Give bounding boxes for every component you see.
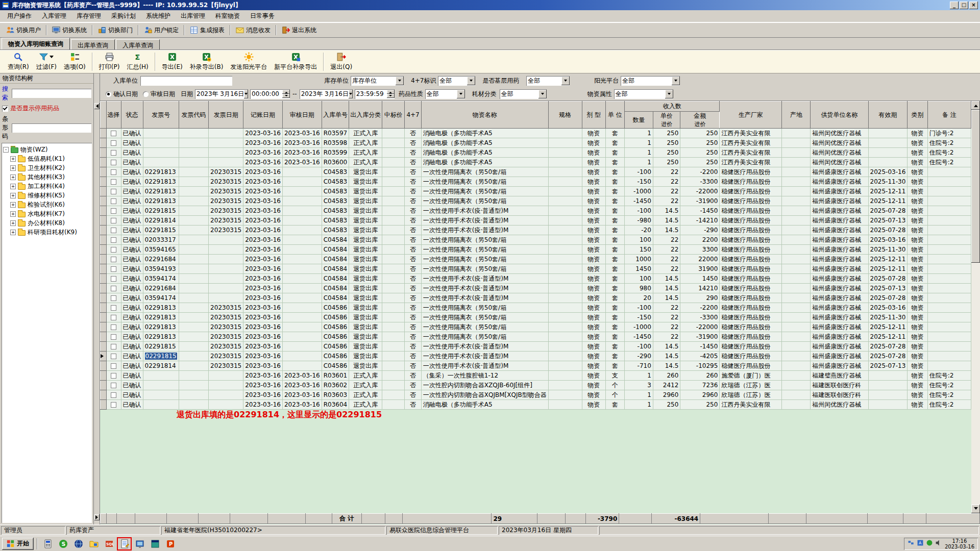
table-cell[interactable]: 住院号:2 [927, 390, 971, 400]
column-header[interactable]: 数量 [624, 112, 653, 129]
spin-up-icon[interactable] [387, 90, 395, 94]
table-cell[interactable] [782, 322, 811, 332]
row-checkbox[interactable] [111, 150, 116, 156]
table-cell[interactable]: 2025-12-11 [868, 196, 908, 206]
toolbar-button-switch-user[interactable]: 切换用户 [3, 24, 44, 36]
table-cell[interactable] [782, 129, 811, 138]
table-cell[interactable]: 正式入库 [349, 158, 382, 167]
material-attr-select[interactable]: 全部 [614, 89, 673, 99]
table-cell[interactable]: 一次性使用手术衣(疫·普通型)M [421, 284, 548, 293]
table-cell[interactable]: 2023-03-16 [243, 390, 283, 400]
menu-item[interactable]: 库存管理 [71, 10, 106, 22]
table-cell[interactable] [143, 381, 179, 390]
table-cell[interactable]: 稳健医疗用品股份 [720, 206, 782, 216]
row-select-cell[interactable] [106, 361, 121, 371]
quick-launch-presentation[interactable]: P [163, 538, 177, 550]
dropdown-arrow-icon[interactable] [396, 77, 404, 85]
table-cell[interactable]: -1000 [624, 187, 653, 196]
table-cell[interactable]: 一次性使用手术衣(疫·普通型)M [421, 342, 548, 352]
table-cell[interactable] [782, 196, 811, 206]
table-cell[interactable]: C04583 [322, 196, 349, 206]
table-cell[interactable]: 套 [605, 322, 624, 332]
table-cell[interactable]: 22 [653, 235, 680, 245]
table-cell[interactable]: 物资 [582, 148, 605, 158]
row-checkbox[interactable] [111, 305, 116, 311]
table-cell[interactable]: 套 [605, 293, 624, 303]
row-checkbox[interactable] [111, 295, 116, 301]
quick-launch-sql-tool[interactable]: SQL [102, 538, 116, 550]
table-cell[interactable]: 物资 [908, 148, 927, 158]
table-cell[interactable]: 一次性使用隔离衣（另50套/箱 [421, 303, 548, 313]
table-cell[interactable]: 物资 [582, 226, 605, 235]
table-cell[interactable] [548, 167, 582, 177]
table-cell[interactable] [382, 274, 405, 284]
table-cell[interactable]: 套 [605, 206, 624, 216]
table-cell[interactable]: 02291813 [143, 187, 179, 196]
table-cell[interactable]: 2200 [680, 235, 720, 245]
row-select-cell[interactable] [106, 206, 121, 216]
table-cell[interactable]: 物资 [582, 158, 605, 167]
tree-item[interactable]: +科研项目耗材(K9) [10, 228, 90, 237]
table-cell[interactable] [179, 303, 208, 313]
table-cell[interactable]: C04584 [322, 255, 349, 264]
table-cell[interactable]: 已确认 [121, 342, 143, 352]
quick-launch-ukey-green[interactable]: S [56, 538, 70, 550]
table-cell[interactable] [782, 361, 811, 371]
row-checkbox[interactable] [111, 198, 116, 204]
table-cell[interactable]: 已确认 [121, 216, 143, 226]
table-cell[interactable] [548, 206, 582, 216]
table-cell[interactable]: 退货出库 [349, 264, 382, 274]
table-cell[interactable]: -290 [680, 226, 720, 235]
table-cell[interactable]: 否 [405, 216, 422, 226]
table-cell[interactable] [868, 371, 908, 381]
table-cell[interactable] [179, 293, 208, 303]
table-cell[interactable]: 退货出库 [349, 284, 382, 293]
table-cell[interactable]: R03603 [322, 390, 349, 400]
table-cell[interactable]: 250 [680, 138, 720, 148]
table-cell[interactable] [209, 381, 243, 390]
tree-item[interactable]: +水电材料(K7) [10, 209, 90, 218]
table-cell[interactable] [382, 255, 405, 264]
table-cell[interactable] [209, 264, 243, 274]
table-cell[interactable]: 3 [624, 381, 653, 390]
tray-green-icon[interactable] [926, 539, 933, 548]
start-button[interactable]: 开始 [2, 538, 34, 550]
table-cell[interactable]: 2025-07-13 [868, 361, 908, 371]
table-cell[interactable]: 江西丹美实业有限 [720, 129, 782, 138]
table-cell[interactable]: 2023-03-16 [243, 293, 283, 303]
table-cell[interactable]: 否 [405, 226, 422, 235]
table-cell[interactable]: 物资 [908, 284, 927, 293]
table-cell[interactable]: 物资 [582, 206, 605, 216]
table-cell[interactable] [179, 245, 208, 255]
table-cell[interactable]: 已确认 [121, 167, 143, 177]
table-cell[interactable]: 福州盛康医疗器械 [811, 303, 868, 313]
column-header[interactable]: 生产厂家 [720, 102, 782, 129]
table-cell[interactable]: 否 [405, 400, 422, 410]
toolbar-button-excel[interactable]: 导出(E) [158, 51, 186, 72]
table-cell[interactable]: 门诊号:2 [927, 129, 971, 138]
row-select-cell[interactable] [106, 129, 121, 138]
table-cell[interactable]: -1450 [680, 206, 720, 216]
table-cell[interactable]: 套 [605, 177, 624, 187]
table-cell[interactable]: 14.5 [653, 342, 680, 352]
table-cell[interactable]: 物资 [582, 167, 605, 177]
table-cell[interactable]: 02291815 [143, 206, 179, 216]
table-cell[interactable]: -290 [624, 352, 653, 361]
table-cell[interactable]: 2025-12-11 [868, 187, 908, 196]
table-cell[interactable] [548, 216, 582, 226]
table-cell[interactable]: C04586 [322, 313, 349, 322]
spin-down-icon[interactable] [387, 94, 395, 98]
audit-date-radio[interactable] [143, 91, 149, 97]
table-cell[interactable]: 已确认 [121, 274, 143, 284]
table-cell[interactable] [282, 255, 322, 264]
table-cell[interactable] [209, 138, 243, 148]
table-cell[interactable] [209, 235, 243, 245]
four-seven-select[interactable]: 全部 [438, 76, 475, 86]
table-cell[interactable] [382, 216, 405, 226]
table-cell[interactable] [282, 284, 322, 293]
table-cell[interactable]: 套 [605, 264, 624, 274]
table-cell[interactable]: 22 [653, 322, 680, 332]
table-cell[interactable] [282, 264, 322, 274]
table-cell[interactable]: C04583 [322, 216, 349, 226]
table-cell[interactable] [282, 313, 322, 322]
